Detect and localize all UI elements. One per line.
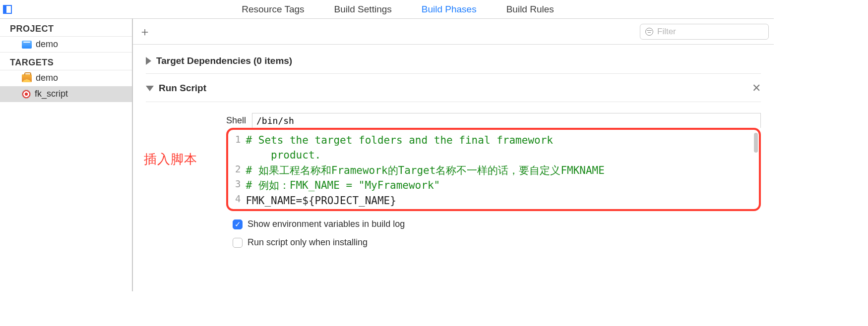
sidebar: PROJECT demo TARGETS demo fk_script	[0, 19, 133, 291]
line-gutter: 1234	[228, 132, 246, 208]
tab-build-phases[interactable]: Build Phases	[422, 4, 477, 15]
tab-build-settings[interactable]: Build Settings	[334, 4, 392, 15]
sidebar-targets-header: TARGETS	[0, 53, 132, 70]
sidebar-project-row[interactable]: demo	[0, 37, 132, 53]
tab-group: Resource Tags Build Settings Build Phase…	[22, 4, 774, 15]
shell-input[interactable]	[252, 113, 761, 128]
show-env-label: Show environment variables in build log	[248, 219, 405, 229]
filter-field[interactable]	[640, 24, 769, 40]
filter-icon	[645, 28, 653, 36]
only-install-row[interactable]: Run script only when installing	[233, 237, 761, 248]
aggregate-target-icon	[22, 90, 31, 99]
tab-build-rules[interactable]: Build Rules	[506, 4, 554, 15]
sidebar-item-label: fk_script	[35, 89, 68, 99]
disclosure-expanded-icon	[146, 86, 154, 91]
sidebar-target-row[interactable]: fk_script	[0, 86, 132, 102]
scrollbar-thumb[interactable]	[754, 133, 758, 153]
tab-bar: Resource Tags Build Settings Build Phase…	[0, 0, 774, 19]
phase-title: Run Script	[159, 83, 206, 94]
sidebar-target-row[interactable]: demo	[0, 70, 132, 86]
disclosure-collapsed-icon	[146, 57, 151, 65]
phase-run-script[interactable]: Run Script ✕	[146, 74, 761, 102]
remove-phase-button[interactable]: ✕	[752, 82, 761, 95]
tab-resource-tags[interactable]: Resource Tags	[242, 4, 304, 15]
layout-toggle-icon[interactable]	[3, 5, 12, 14]
app-target-icon	[22, 74, 32, 82]
sidebar-item-label: demo	[36, 73, 58, 83]
checkbox-checked-icon[interactable]: ✓	[233, 219, 243, 229]
sidebar-project-header: PROJECT	[0, 19, 132, 37]
script-editor[interactable]: 插入脚本 1234 # Sets the target folders and …	[226, 128, 761, 211]
content-pane: ＋ Target Dependencies (0 items) Run Scri…	[133, 19, 774, 291]
project-icon	[22, 41, 32, 49]
add-phase-button[interactable]: ＋	[138, 24, 152, 40]
phase-target-dependencies[interactable]: Target Dependencies (0 items)	[146, 48, 761, 74]
annotation-label: 插入脚本	[144, 151, 197, 168]
run-script-body: Shell 插入脚本 1234 # Sets the target folder…	[146, 102, 761, 248]
sidebar-project-label: demo	[36, 39, 58, 50]
filter-input[interactable]	[657, 27, 763, 37]
checkbox-unchecked-icon[interactable]	[233, 238, 243, 248]
shell-label: Shell	[226, 115, 246, 126]
only-install-label: Run script only when installing	[248, 237, 368, 248]
show-env-row[interactable]: ✓ Show environment variables in build lo…	[233, 219, 761, 229]
phase-title: Target Dependencies (0 items)	[156, 55, 292, 66]
code-lines[interactable]: # Sets the target folders and the final …	[246, 132, 756, 208]
phase-toolbar: ＋	[133, 19, 774, 45]
